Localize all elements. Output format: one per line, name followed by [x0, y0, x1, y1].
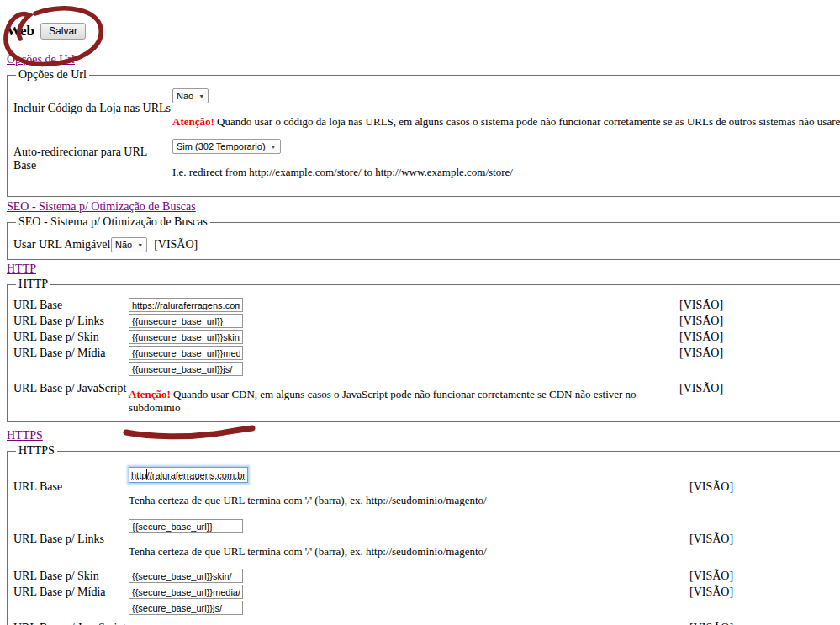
field-row-links-url: URL Base p/ Links [VISÃO]	[13, 314, 840, 328]
include-store-code-select[interactable]: Não ▼	[172, 88, 209, 103]
chevron-down-icon: ▼	[198, 93, 204, 99]
media-url-input[interactable]	[129, 346, 243, 360]
legend-url-options: Opções de Url	[16, 68, 89, 82]
scope-badge: [VISÃO]	[679, 299, 723, 312]
chevron-down-icon: ▼	[137, 242, 143, 248]
input-text-after-cursor: //raluraferragens.com.br	[147, 470, 246, 480]
scope-badge: [VISÃO]	[689, 622, 733, 625]
field-row-auto-redirect: Auto-redirecionar para URL Base Sim (302…	[13, 139, 840, 179]
field-hint: I.e. redirect from http://example.com/st…	[172, 166, 513, 179]
field-row-include-store-code: Incluir Código da Loja nas URLs Não ▼ At…	[13, 88, 840, 129]
warning-emphasis: Atenção!	[129, 388, 171, 400]
field-label: URL Base	[13, 299, 129, 312]
field-label: URL Base p/ Skin	[13, 569, 129, 583]
fieldset-http: HTTP URL Base [VISÃO] URL Base p/ Links …	[7, 278, 840, 422]
select-value: Não	[177, 91, 193, 101]
page-title: Web	[7, 23, 34, 40]
field-row-secure-links-url: URL Base p/ Links Tenha certeza de que U…	[13, 519, 840, 559]
select-value: Não	[115, 240, 132, 250]
secure-skin-url-input[interactable]	[129, 569, 243, 583]
field-label: URL Base p/ JavaScript	[13, 382, 129, 395]
field-hint: Tenha certeza de que URL termina com '/'…	[129, 545, 689, 559]
scope-badge: [VISÃO]	[679, 331, 723, 344]
field-label: URL Base p/ Skin	[13, 331, 129, 344]
link-seo[interactable]: SEO - Sistema p/ Otimização de Buscas	[7, 200, 196, 214]
js-url-input[interactable]	[129, 362, 243, 376]
field-warning: Atenção! Quando usar o código da loja na…	[172, 115, 840, 129]
web-config-page: Web Salvar Opções de Url Opções de Url I…	[0, 0, 840, 625]
scope-badge: [VISÃO]	[154, 238, 198, 252]
auto-redirect-select[interactable]: Sim (302 Temporario) ▼	[172, 139, 281, 154]
field-row-skin-url: URL Base p/ Skin [VISÃO]	[13, 330, 840, 344]
field-label: Incluir Código da Loja nas URLs	[13, 102, 172, 115]
field-label: URL Base p/ JavaScript	[13, 622, 129, 625]
field-row-friendly-url: Usar URL Amigável Não ▼ [VISÃO]	[13, 237, 840, 252]
warning-emphasis: Atenção!	[172, 115, 214, 128]
link-url-options[interactable]: Opções de Url	[7, 53, 75, 66]
field-row-secure-skin-url: URL Base p/ Skin [VISÃO]	[13, 569, 840, 583]
fieldset-https: HTTPS URL Base http//raluraferragens.com…	[7, 444, 840, 625]
field-hint: Tenha certeza de que URL termina com '/'…	[129, 494, 689, 507]
select-value: Sim (302 Temporario)	[177, 141, 266, 151]
skin-url-input[interactable]	[129, 330, 243, 344]
field-label: URL Base	[13, 480, 129, 494]
field-warning: Atenção! Quando usar CDN, em alguns caso…	[129, 388, 679, 415]
scope-badge: [VISÃO]	[689, 480, 733, 494]
scope-badge: [VISÃO]	[679, 347, 723, 360]
scope-badge: [VISÃO]	[679, 315, 723, 328]
legend-https: HTTPS	[16, 444, 57, 458]
field-row-secure-js-url: URL Base p/ JavaScript Atenção! Quando u…	[13, 601, 840, 625]
secure-media-url-input[interactable]	[129, 585, 243, 599]
page-header: Web Salvar	[7, 22, 840, 40]
field-row-secure-base-url: URL Base http//raluraferragens.com.br Te…	[13, 467, 840, 507]
chevron-down-icon: ▼	[271, 144, 277, 150]
input-text-before-cursor: http	[131, 470, 146, 480]
legend-seo: SEO - Sistema p/ Otimização de Buscas	[16, 215, 210, 229]
field-row-media-url: URL Base p/ Mídia [VISÃO]	[13, 346, 840, 360]
warning-text: Quando usar CDN, em alguns casos o JavaS…	[129, 388, 637, 414]
field-row-base-url: URL Base [VISÃO]	[13, 298, 840, 312]
link-http[interactable]: HTTP	[7, 262, 36, 276]
scope-badge: [VISÃO]	[689, 532, 733, 546]
fieldset-url-options: Opções de Url Incluir Código da Loja nas…	[7, 68, 840, 197]
friendly-url-select[interactable]: Não ▼	[111, 237, 147, 252]
field-label: URL Base p/ Links	[13, 315, 129, 328]
scope-badge: [VISÃO]	[679, 382, 723, 395]
scope-badge: [VISÃO]	[689, 585, 733, 599]
field-label: URL Base p/ Mídia	[13, 347, 129, 360]
field-label: URL Base p/ Mídia	[13, 585, 129, 599]
link-https[interactable]: HTTPS	[7, 429, 43, 442]
secure-js-url-input[interactable]	[129, 601, 243, 615]
field-label: Auto-redirecionar para URL Base	[13, 146, 172, 172]
secure-base-url-input[interactable]: http//raluraferragens.com.br	[129, 467, 248, 483]
scope-badge: [VISÃO]	[689, 569, 733, 583]
field-label: Usar URL Amigável	[13, 238, 111, 252]
field-row-js-url: URL Base p/ JavaScript Atenção! Quando u…	[13, 362, 840, 415]
secure-links-url-input[interactable]	[129, 519, 243, 533]
base-url-input[interactable]	[129, 298, 243, 312]
field-label: URL Base p/ Links	[13, 532, 129, 546]
save-button[interactable]: Salvar	[40, 23, 86, 40]
fieldset-seo: SEO - Sistema p/ Otimização de Buscas Us…	[7, 215, 840, 260]
legend-http: HTTP	[16, 278, 50, 291]
field-row-secure-media-url: URL Base p/ Mídia [VISÃO]	[13, 585, 840, 599]
warning-text: Quando usar o código da loja nas URLS, e…	[217, 115, 840, 128]
links-url-input[interactable]	[129, 314, 243, 328]
